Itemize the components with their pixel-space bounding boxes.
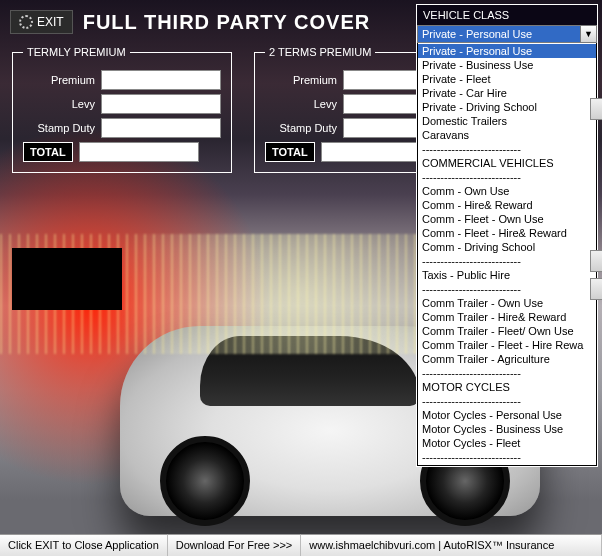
premium-input[interactable] [101,118,221,138]
status-exit-hint: Click EXIT to Close Application [0,534,168,556]
edge-button[interactable] [590,278,602,300]
dropdown-option[interactable]: Private - Fleet [418,72,596,86]
dropdown-option[interactable]: Private - Driving School [418,100,596,114]
dropdown-separator: --------------------------- [418,254,596,268]
premium-panel: TERMLY PREMIUMPremiumLevyStamp DutyTOTAL [12,46,232,173]
dropdown-option[interactable]: Motor Cycles - Business Use [418,422,596,436]
status-bar: Click EXIT to Close Application Download… [0,534,602,556]
dropdown-option[interactable]: Domestic Trailers [418,114,596,128]
gear-icon [19,15,33,29]
premium-panel-legend: 2 TERMS PREMIUM [265,46,375,58]
premium-row-label: Stamp Duty [38,122,95,134]
dropdown-option[interactable]: Comm - Driving School [418,240,596,254]
premium-panel-legend: TERMLY PREMIUM [23,46,130,58]
dropdown-option[interactable]: Private - Personal Use [418,44,596,58]
preview-box [12,248,122,310]
vehicle-class-label: VEHICLE CLASS [417,5,597,25]
total-label: TOTAL [23,142,73,162]
dropdown-option[interactable]: Private - Business Use [418,58,596,72]
vehicle-class-selected: Private - Personal Use [418,26,580,42]
dropdown-option[interactable]: Comm Trailer - Fleet - Hire Rewa [418,338,596,352]
vehicle-class-combo[interactable]: Private - Personal Use ▼ [417,25,597,43]
premium-row-label: Levy [72,98,95,110]
dropdown-option[interactable]: Caravans [418,128,596,142]
premium-input[interactable] [101,70,221,90]
premium-row-label: Premium [51,74,95,86]
car-wheel [160,436,250,526]
status-download-hint: Download For Free >>> [168,534,301,556]
vehicle-class-dropdown[interactable]: Private - Personal UsePrivate - Business… [417,43,597,466]
exit-button[interactable]: EXIT [10,10,73,34]
dropdown-option[interactable]: Motor Cycles - Fleet [418,436,596,450]
total-label: TOTAL [265,142,315,162]
dropdown-separator: --------------------------- [418,394,596,408]
dropdown-separator: --------------------------- [418,366,596,380]
page-title: FULL THIRD PARTY COVER [83,11,371,34]
total-input[interactable] [79,142,199,162]
dropdown-option[interactable]: Taxis - Public Hire [418,268,596,282]
premium-row-label: Levy [314,98,337,110]
dropdown-option[interactable]: Comm Trailer - Own Use [418,296,596,310]
dropdown-separator: --------------------------- [418,142,596,156]
dropdown-option[interactable]: COMMERCIAL VEHICLES [418,156,596,170]
status-url: www.ishmaelchibvuri.com | AutoRISX™ Insu… [301,534,602,556]
chevron-down-icon[interactable]: ▼ [580,26,596,42]
edge-button[interactable] [590,250,602,272]
premium-input[interactable] [101,94,221,114]
dropdown-separator: --------------------------- [418,282,596,296]
dropdown-option[interactable]: Comm - Fleet - Hire& Reward [418,226,596,240]
dropdown-option[interactable]: Private - Car Hire [418,86,596,100]
premium-row-label: Stamp Duty [280,122,337,134]
edge-button[interactable] [590,98,602,120]
dropdown-option[interactable]: Comm Trailer - Agriculture [418,352,596,366]
dropdown-separator: --------------------------- [418,450,596,464]
exit-label: EXIT [37,15,64,29]
dropdown-option[interactable]: Comm - Own Use [418,184,596,198]
dropdown-option[interactable]: Comm - Fleet - Own Use [418,212,596,226]
dropdown-option[interactable]: Comm - Hire& Reward [418,198,596,212]
premium-row-label: Premium [293,74,337,86]
dropdown-separator: --------------------------- [418,170,596,184]
dropdown-option[interactable]: Comm Trailer - Hire& Reward [418,310,596,324]
dropdown-option[interactable]: Motor Cycles - Personal Use [418,408,596,422]
dropdown-option[interactable]: Comm Trailer - Fleet/ Own Use [418,324,596,338]
dropdown-option[interactable]: MOTOR CYCLES [418,380,596,394]
